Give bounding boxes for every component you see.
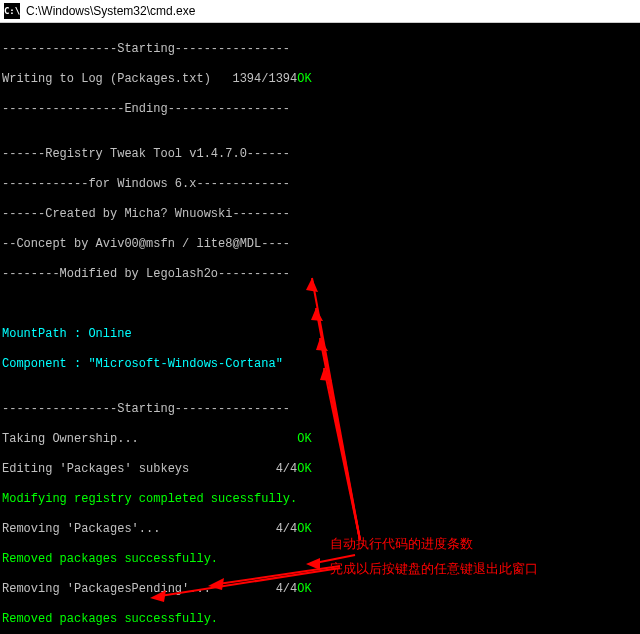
- line: ------------for Windows 6.x-------------: [2, 177, 638, 192]
- line: Modifying registry completed sucessfully…: [2, 492, 638, 507]
- cmd-window: C:\ C:\Windows\System32\cmd.exe --------…: [0, 0, 640, 634]
- line: Editing 'Packages' subkeys 4/4OK: [2, 462, 638, 477]
- line: ----------------Starting----------------: [2, 402, 638, 417]
- line: ----------------Starting----------------: [2, 42, 638, 57]
- line: Removing 'Packages'... 4/4OK: [2, 522, 638, 537]
- annotation-exit: 完成以后按键盘的任意键退出此窗口: [330, 560, 538, 578]
- line: MountPath : Online: [2, 327, 638, 342]
- line: ------Registry Tweak Tool v1.4.7.0------: [2, 147, 638, 162]
- line: Writing to Log (Packages.txt) 1394/1394O…: [2, 72, 638, 87]
- cmd-icon: C:\: [4, 3, 20, 19]
- line: Removed packages successfully.: [2, 552, 638, 567]
- line: Removing 'PackagesPending'... 4/4OK: [2, 582, 638, 597]
- titlebar[interactable]: C:\ C:\Windows\System32\cmd.exe: [0, 0, 640, 23]
- line: Removed packages successfully.: [2, 612, 638, 627]
- console-output[interactable]: ----------------Starting----------------…: [0, 23, 640, 634]
- window-title: C:\Windows\System32\cmd.exe: [26, 4, 195, 18]
- line: Taking Ownership... OK: [2, 432, 638, 447]
- line: --Concept by Aviv00@msfn / lite8@MDL----: [2, 237, 638, 252]
- line: ------Created by Micha? Wnuowski--------: [2, 207, 638, 222]
- line: Component : "Microsoft-Windows-Cortana": [2, 357, 638, 372]
- line: --------Modified by Legolash2o----------: [2, 267, 638, 282]
- line: -----------------Ending-----------------: [2, 102, 638, 117]
- annotation-progress: 自动执行代码的进度条数: [330, 535, 473, 553]
